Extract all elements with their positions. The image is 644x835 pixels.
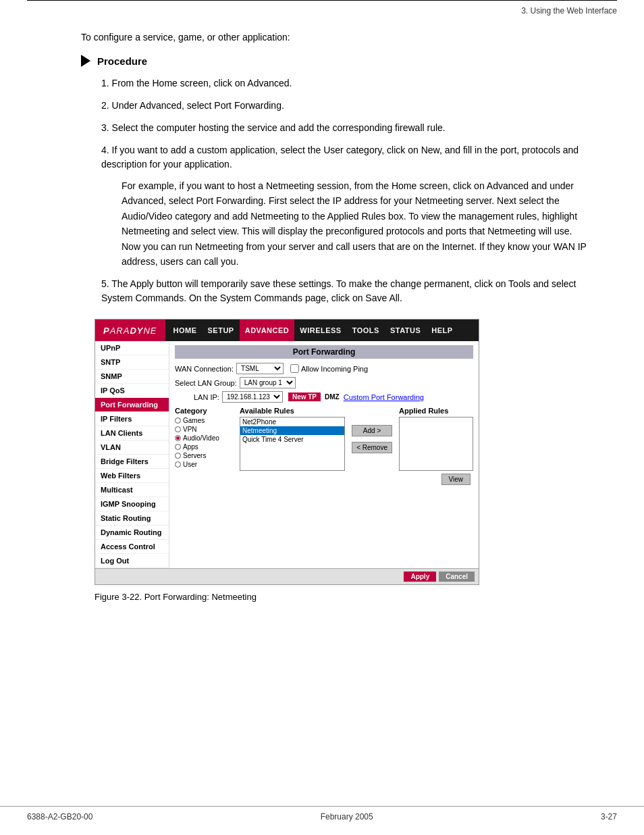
panel-title: Port Forwarding (175, 345, 473, 359)
remove-button[interactable]: < Remove (352, 442, 392, 453)
category-games[interactable]: Games (175, 417, 236, 424)
nav-help[interactable]: HELP (426, 320, 458, 341)
radio-user[interactable] (175, 461, 181, 467)
category-apps[interactable]: Apps (175, 443, 236, 451)
sidebar-bridge-filters[interactable]: Bridge Filters (95, 455, 169, 469)
step-2-text: Under Advanced, select Port Forwarding. (112, 100, 284, 111)
allow-ping-label: Allow Incoming Ping (301, 365, 368, 373)
page-footer: 6388-A2-GB20-00 February 2005 3-27 (0, 806, 644, 821)
radio-servers[interactable] (175, 453, 181, 459)
sidebar-multicast[interactable]: Multicast (95, 483, 169, 497)
router-logo: PARADYNE (95, 320, 165, 341)
nav-home[interactable]: HOME (168, 320, 203, 341)
sidebar-upnp[interactable]: UPnP (95, 341, 169, 355)
radio-games[interactable] (175, 418, 181, 424)
sidebar-web-filters[interactable]: Web Filters (95, 469, 169, 483)
cancel-button[interactable]: Cancel (439, 572, 475, 582)
sidebar-lan-clients[interactable]: LAN Clients (95, 426, 169, 440)
rule-quicktime[interactable]: Quick Time 4 Server (240, 435, 344, 444)
step-1-text: From the Home screen, click on Advanced. (112, 78, 292, 88)
row-links: New TP DMZ Custom Port Forwarding (288, 393, 424, 401)
router-body: UPnP SNTP SNMP IP QoS Port Forwarding IP… (95, 341, 479, 568)
procedure-title: Procedure (97, 55, 147, 67)
sidebar-log-out[interactable]: Log Out (95, 554, 169, 568)
rules-area: Category Games VPN (175, 407, 473, 471)
applied-heading: Applied Rules (399, 407, 473, 415)
custom-port-forwarding-link[interactable]: Custom Port Forwarding (344, 393, 424, 401)
wan-connection-label: WAN Connection: (175, 365, 234, 373)
available-heading: Available Rules (240, 407, 345, 415)
footer-left: 6388-A2-GB20-00 (27, 812, 92, 821)
category-vpn[interactable]: VPN (175, 426, 236, 433)
nav-status[interactable]: STATUS (385, 320, 426, 341)
radio-audio-video[interactable] (175, 435, 181, 441)
sidebar-dynamic-routing[interactable]: Dynamic Routing (95, 526, 169, 540)
sidebar-access-control[interactable]: Access Control (95, 540, 169, 554)
nav-setup[interactable]: SETUP (203, 320, 240, 341)
apply-button[interactable]: Apply (404, 572, 436, 582)
lan-group-row: Select LAN Group: LAN group 1 (175, 377, 473, 388)
router-navbar: PARADYNE HOME SETUP ADVANCED WIRELESS TO… (95, 320, 479, 341)
dmz-label: DMZ (325, 393, 340, 401)
category-audio-video[interactable]: Audio/Video (175, 434, 236, 442)
procedure-arrow-icon (81, 55, 90, 67)
router-logo-text: PARADYNE (103, 326, 157, 336)
step-3-text: Select the computer hosting the service … (112, 122, 446, 133)
rule-netmeeting[interactable]: Netmeeting (240, 426, 344, 435)
footer-center: February 2005 (321, 812, 373, 821)
nav-tools[interactable]: TOOLS (347, 320, 385, 341)
add-button[interactable]: Add > (352, 425, 392, 436)
page-header: 3. Using the Web Interface (0, 1, 644, 18)
router-footer: Apply Cancel (95, 568, 479, 584)
sidebar-port-forwarding[interactable]: Port Forwarding (95, 398, 169, 412)
rule-net2phone[interactable]: Net2Phone (240, 418, 344, 426)
allow-ping-checkbox[interactable] (290, 364, 299, 373)
radio-vpn[interactable] (175, 426, 181, 432)
step-4: If you want to add a custom application,… (95, 143, 590, 269)
wan-connection-select[interactable]: TSML (236, 363, 284, 374)
lan-group-label: Select LAN Group: (175, 379, 237, 387)
chapter-title: 3. Using the Web Interface (521, 6, 617, 16)
available-rules-list[interactable]: Net2Phone Netmeeting Quick Time 4 Server (240, 417, 345, 471)
category-servers[interactable]: Servers (175, 452, 236, 459)
nav-wireless[interactable]: WIRELESS (294, 320, 346, 341)
sidebar-static-routing[interactable]: Static Routing (95, 511, 169, 526)
intro-text: To configure a service, game, or other a… (81, 32, 590, 43)
add-remove-section: Add > < Remove (349, 407, 395, 471)
available-rules-section: Available Rules Net2Phone Netmeeting Qui… (240, 407, 345, 471)
router-sidebar: UPnP SNTP SNMP IP QoS Port Forwarding IP… (95, 341, 169, 568)
wan-connection-row: WAN Connection: TSML Allow Incoming Ping (175, 363, 473, 374)
new-tp-button[interactable]: New TP (288, 393, 321, 401)
lan-ip-row: LAN IP: 192.168.1.123 New TP DMZ Custom … (175, 391, 473, 403)
steps-list: From the Home screen, click on Advanced.… (95, 76, 590, 305)
step-3: Select the computer hosting the service … (95, 121, 590, 135)
lan-ip-label: LAN IP: (194, 393, 219, 401)
lan-group-select[interactable]: LAN group 1 (240, 377, 296, 388)
sidebar-ip-qos[interactable]: IP QoS (95, 384, 169, 398)
radio-apps[interactable] (175, 444, 181, 450)
sidebar-igmp-snooping[interactable]: IGMP Snooping (95, 497, 169, 511)
step-5: The Apply button will temporarily save t… (95, 277, 590, 305)
step-2: Under Advanced, select Port Forwarding. (95, 99, 590, 113)
nav-items: HOME SETUP ADVANCED WIRELESS TOOLS STATU… (168, 320, 458, 341)
router-main-panel: Port Forwarding WAN Connection: TSML All… (169, 341, 479, 568)
sidebar-snmp[interactable]: SNMP (95, 370, 169, 384)
category-heading: Category (175, 407, 236, 415)
lan-ip-select[interactable]: 192.168.1.123 (222, 391, 283, 403)
nav-advanced[interactable]: ADVANCED (240, 320, 295, 341)
sidebar-vlan[interactable]: VLAN (95, 440, 169, 455)
category-user[interactable]: User (175, 461, 236, 468)
step-4-text: If you want to add a custom application,… (101, 145, 579, 170)
procedure-heading: Procedure (81, 55, 590, 67)
step-1: From the Home screen, click on Advanced. (95, 76, 590, 91)
category-section: Category Games VPN (175, 407, 236, 471)
applied-rules-list[interactable] (399, 417, 473, 471)
applied-rules-section: Applied Rules (399, 407, 473, 471)
footer-right: 3-27 (601, 812, 617, 821)
view-button[interactable]: View (441, 474, 471, 485)
sidebar-ip-filters[interactable]: IP Filters (95, 412, 169, 426)
step-5-text: The Apply button will temporarily save t… (101, 278, 576, 303)
category-list: Games VPN Audio/Video (175, 417, 236, 468)
allow-ping-group: Allow Incoming Ping (290, 364, 368, 373)
sidebar-sntp[interactable]: SNTP (95, 355, 169, 370)
